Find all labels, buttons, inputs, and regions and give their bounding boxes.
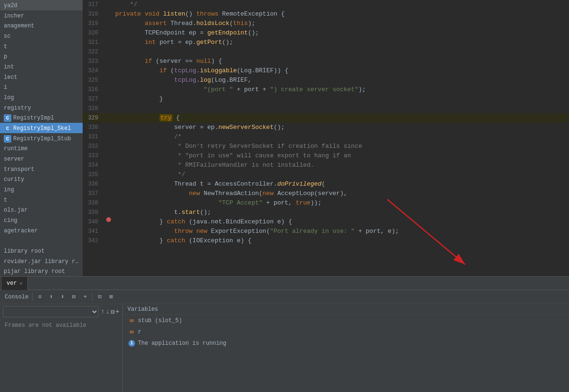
code-line-332: 332 * Don't retry ServerSocket if creati… — [83, 142, 569, 151]
code-line-318: 318 private void listen() throws RemoteE… — [83, 9, 569, 19]
sidebar-item-registryimpl-stub[interactable]: CRegistryImpl_Stub — [0, 133, 83, 144]
sidebar-item-blank[interactable] — [0, 235, 83, 246]
frames-unavailable-text: Frames are not available — [0, 319, 122, 332]
infinity-icon-1: ∞ — [127, 318, 136, 324]
code-line-320: 320 TCPEndpoint ep = getEndpoint(); — [83, 28, 569, 38]
sidebar-item-curity[interactable]: curity — [0, 174, 83, 184]
code-line-317: 317 */ — [83, 0, 569, 9]
sidebar-item-t2[interactable]: t — [0, 195, 83, 205]
sidebar-item-cing[interactable]: cing — [0, 215, 83, 225]
sidebar-item-ing[interactable]: ing — [0, 184, 83, 195]
nav-add[interactable]: + — [116, 308, 119, 316]
editor-area: 317 */ 318 private void listen() throws … — [83, 0, 569, 276]
code-line-339: 339 t.start(); — [83, 208, 569, 217]
filter-icon-btn[interactable]: ⊟ — [68, 292, 79, 302]
code-line-327: 327 } — [83, 94, 569, 104]
code-line-336: 336 Thread t = AccessController.doPrivil… — [83, 179, 569, 189]
code-line-323: 323 if (server == null) { — [83, 57, 569, 66]
code-line-330: 330 server = ep.newServerSocket(); — [83, 123, 569, 132]
code-line-319: 319 assert Thread.holdsLock(this); — [83, 19, 569, 28]
bottom-content: ↑ ↓ ⊟ + Frames are not available Variabl… — [0, 304, 569, 392]
debug-thread-dropdown: ↑ ↓ ⊟ + — [3, 306, 119, 317]
code-line-342: 342 } catch (IOException e) { — [83, 236, 569, 246]
sidebar-item-rovider[interactable]: rovider.jar library root — [0, 256, 83, 266]
code-container[interactable]: 317 */ 318 private void listen() throws … — [83, 0, 569, 276]
bottom-tabs: ver ✕ — [0, 277, 569, 290]
toolbar-divider-2 — [92, 293, 93, 301]
sidebar-item-server[interactable]: server — [0, 153, 83, 164]
variable-item-stub: ∞ stub (slot_5) — [123, 315, 569, 326]
code-line-335: 335 */ — [83, 170, 569, 179]
main-area: ya2d incher anagement sc t p int lect i … — [0, 0, 569, 276]
nav-filter[interactable]: ⊟ — [110, 308, 114, 316]
code-line-334: 334 * RMIFailureHandler is not installed… — [83, 161, 569, 170]
sidebar-item-ols[interactable]: ols.jar — [0, 205, 83, 215]
sidebar-item-agetracker[interactable]: agetracker — [0, 225, 83, 236]
code-line-325: 325 tcpLog.log(Log.BRIEF, — [83, 76, 569, 85]
code-line-328: 328 — [83, 104, 569, 113]
sidebar-item-lect[interactable]: lect — [0, 72, 83, 82]
sidebar-item-transport[interactable]: transport — [0, 164, 83, 174]
restore-icon-btn[interactable]: ⊡ — [94, 292, 105, 302]
variables-header: Variables — [123, 304, 569, 315]
debug-variables-panel: Variables ∞ stub (slot_5) ∞ r i — [123, 304, 569, 392]
var-name-r: r — [138, 327, 141, 337]
code-line-338: 338 "TCP Accept" + port, true)); — [83, 198, 569, 208]
code-line-321: 321 int port = ep.getPort(); — [83, 38, 569, 47]
bottom-tab-ver[interactable]: ver ✕ — [2, 277, 28, 290]
info-icon: i — [127, 341, 136, 346]
code-line-333: 333 * "port in use" will cause export to… — [83, 151, 569, 161]
up-icon-btn[interactable]: ⬆ — [46, 292, 56, 302]
sidebar-item-ya2d[interactable]: ya2d — [0, 0, 83, 10]
breakpoint — [106, 217, 111, 222]
variable-item-info: i The application is running — [123, 338, 569, 349]
infinity-icon-2: ∞ — [127, 329, 136, 335]
sidebar-item-t[interactable]: t — [0, 41, 83, 51]
sidebar-item-incher[interactable]: incher — [0, 10, 83, 21]
class-icon: C — [4, 114, 11, 122]
code-line-322: 322 — [83, 47, 569, 57]
debug-toolbar: Console ≡ ⬆ ⬇ ⊟ + ⊡ ⊞ — [0, 290, 569, 304]
sidebar-item-p[interactable]: p — [0, 51, 83, 61]
sidebar: ya2d incher anagement sc t p int lect i … — [0, 0, 83, 276]
sidebar-item-anagement[interactable]: anagement — [0, 20, 83, 31]
nav-up-arrow[interactable]: ↑ — [101, 308, 104, 316]
debug-frames-panel: ↑ ↓ ⊟ + Frames are not available — [0, 304, 123, 392]
code-line-331: 331 /* — [83, 132, 569, 142]
sidebar-item-log[interactable]: log — [0, 92, 83, 102]
code-line-341: 341 throw new ExportException("Port alre… — [83, 227, 569, 236]
code-line-326: 326 "(port " + port + ") create server s… — [83, 85, 569, 94]
thread-select[interactable] — [3, 306, 99, 317]
sidebar-item-int[interactable]: int — [0, 61, 83, 72]
code-line-324: 324 if (tcpLog.isLoggable(Log.BRIEF)) { — [83, 66, 569, 76]
sidebar-item-registryimpl[interactable]: CRegistryImpl — [0, 112, 83, 123]
class-icon: C — [4, 125, 11, 132]
list-icon-btn[interactable]: ≡ — [34, 292, 45, 302]
sidebar-item-library-root[interactable]: library root — [0, 246, 83, 256]
sidebar-item-runtime[interactable]: runtime — [0, 143, 83, 153]
expand-icon-btn[interactable]: ⊞ — [106, 292, 116, 302]
bottom-panel: ver ✕ Console ≡ ⬆ ⬇ ⊟ + ⊡ ⊞ ↑ ↓ — [0, 276, 569, 392]
sidebar-item-registry[interactable]: registry — [0, 102, 83, 113]
sidebar-item-i[interactable]: i — [0, 82, 83, 92]
nav-down-arrow[interactable]: ↓ — [106, 308, 110, 316]
toolbar-divider-1 — [32, 293, 33, 301]
sidebar-item-registryimpl-skel[interactable]: CRegistryImpl_Skel — [0, 123, 83, 133]
code-line-329: 329 try { — [83, 113, 569, 123]
code-line-337: 337 new NewThreadAction(new AcceptLoop(s… — [83, 189, 569, 198]
code-line-340: 340 } catch (java.net.BindException e) { — [83, 217, 569, 227]
debug-nav-arrows: ↑ ↓ ⊟ + — [101, 308, 119, 316]
var-name-info: The application is running — [138, 339, 226, 348]
down-icon-btn[interactable]: ⬇ — [57, 292, 68, 302]
sidebar-item-sc[interactable]: sc — [0, 31, 83, 41]
variable-item-r: ∞ r — [123, 326, 569, 338]
bottom-tab-close[interactable]: ✕ — [20, 281, 23, 286]
console-label: Console — [3, 292, 30, 302]
add-icon-btn[interactable]: + — [80, 292, 90, 302]
class-icon: C — [4, 135, 11, 143]
sidebar-item-pijar[interactable]: pijar library root — [0, 266, 83, 276]
bottom-tab-ver-label: ver — [7, 280, 17, 287]
var-name-stub: stub (slot_5) — [138, 316, 182, 325]
